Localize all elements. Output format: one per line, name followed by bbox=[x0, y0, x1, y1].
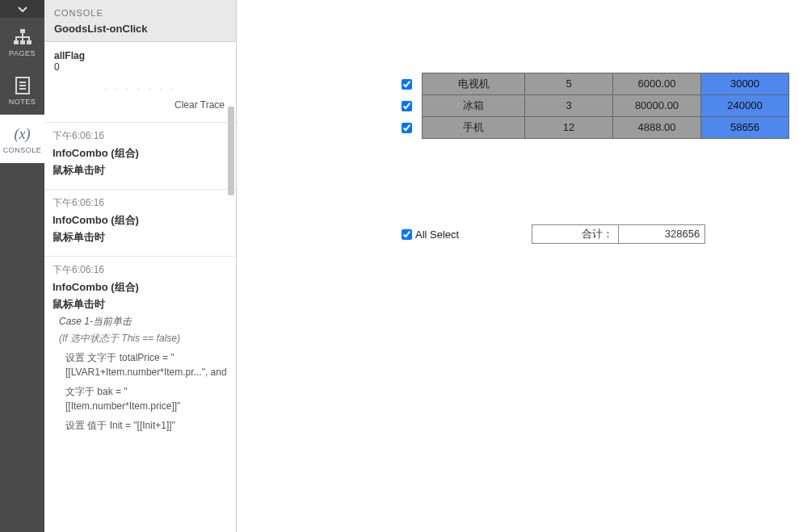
svg-rect-6 bbox=[15, 37, 17, 40]
nav-label-pages: PAGES bbox=[9, 49, 36, 57]
sum-box: 合计： 328656 bbox=[532, 224, 705, 244]
cell-total: 30000 bbox=[700, 73, 789, 95]
trace-case: Case 1-当前单击 bbox=[53, 315, 228, 329]
svg-rect-4 bbox=[22, 33, 23, 36]
console-title: CONSOLE bbox=[54, 8, 226, 18]
nav-rail: PAGES NOTES (x) CONSOLE bbox=[0, 0, 44, 532]
prototype-canvas: 电视机 5 6000.00 30000 冰箱 3 80000.00 240000… bbox=[237, 0, 799, 532]
table-row: 冰箱 3 80000.00 240000 bbox=[398, 94, 789, 117]
svg-rect-2 bbox=[20, 40, 25, 44]
trace-action: 文字于 bak = "[[Item.number*Item.price]]" bbox=[53, 384, 228, 413]
cell-qty: 3 bbox=[524, 94, 613, 117]
scrollbar-thumb[interactable] bbox=[228, 107, 234, 195]
svg-rect-8 bbox=[28, 37, 30, 40]
row-checkbox[interactable] bbox=[402, 101, 412, 111]
trace-timestamp: 下午6:06:16 bbox=[53, 263, 228, 277]
dots-separator: . . . . . . . bbox=[44, 77, 236, 94]
cell-total: 240000 bbox=[700, 94, 789, 117]
trace-source: InfoCombo (组合) bbox=[53, 146, 228, 161]
trace-action: 设置 文字于 totalPrice = "[[LVAR1+Item.number… bbox=[53, 350, 228, 379]
trace-entry: 下午6:06:16 InfoCombo (组合) 鼠标单击时 bbox=[44, 189, 236, 256]
nav-label-console: CONSOLE bbox=[3, 146, 42, 154]
document-icon bbox=[14, 75, 32, 96]
console-body[interactable]: allFlag 0 . . . . . . . Clear Trace 下午6:… bbox=[44, 42, 236, 532]
trace-timestamp: 下午6:06:16 bbox=[53, 196, 228, 210]
nav-expand-toggle[interactable] bbox=[0, 0, 44, 18]
cell-price: 80000.00 bbox=[612, 94, 701, 117]
svg-rect-1 bbox=[14, 40, 19, 44]
cell-price: 4888.00 bbox=[612, 116, 701, 139]
cell-name: 电视机 bbox=[422, 73, 525, 95]
sum-value: 328656 bbox=[618, 224, 705, 244]
trace-timestamp: 下午6:06:16 bbox=[53, 129, 228, 143]
nav-item-console[interactable]: (x) CONSOLE bbox=[0, 115, 44, 163]
trace-condition: (If 选中状态于 This == false) bbox=[53, 332, 228, 346]
trace-source: InfoCombo (组合) bbox=[53, 280, 228, 295]
svg-rect-0 bbox=[20, 29, 25, 33]
trace-source: InfoCombo (组合) bbox=[53, 213, 228, 228]
trace-event: 鼠标单击时 bbox=[53, 164, 228, 178]
trace-action: 设置 值于 Init = "[[Init+1]]" bbox=[53, 418, 228, 433]
nav-label-notes: NOTES bbox=[9, 98, 36, 106]
trace-event: 鼠标单击时 bbox=[53, 231, 228, 245]
table-row: 手机 12 4888.00 58656 bbox=[398, 116, 789, 139]
chevron-down-icon bbox=[17, 5, 28, 13]
svg-rect-3 bbox=[27, 40, 32, 44]
trace-entry: 下午6:06:16 InfoCombo (组合) 鼠标单击时 Case 1-当前… bbox=[44, 256, 236, 446]
sitemap-icon bbox=[13, 27, 32, 48]
all-select-label: All Select bbox=[415, 228, 459, 241]
goods-table: 电视机 5 6000.00 30000 冰箱 3 80000.00 240000… bbox=[398, 73, 789, 138]
trace-entry: 下午6:06:16 InfoCombo (组合) 鼠标单击时 bbox=[44, 122, 236, 189]
footer-row: All Select 合计： 328656 bbox=[398, 224, 705, 244]
console-subtitle: GoodsList-onClick bbox=[54, 23, 226, 35]
console-header: CONSOLE GoodsList-onClick bbox=[44, 0, 236, 42]
variable-name: allFlag bbox=[54, 50, 226, 61]
console-panel: CONSOLE GoodsList-onClick allFlag 0 . . … bbox=[44, 0, 237, 532]
all-select-checkbox[interactable] bbox=[402, 229, 412, 240]
row-checkbox[interactable] bbox=[402, 79, 412, 90]
variable-icon: (x) bbox=[15, 124, 31, 145]
cell-qty: 12 bbox=[524, 116, 613, 139]
variable-value: 0 bbox=[54, 61, 226, 73]
row-checkbox[interactable] bbox=[402, 123, 412, 133]
table-row: 电视机 5 6000.00 30000 bbox=[398, 73, 789, 95]
cell-name: 冰箱 bbox=[422, 94, 525, 117]
sum-label: 合计： bbox=[532, 224, 619, 244]
cell-price: 6000.00 bbox=[612, 73, 701, 95]
svg-rect-7 bbox=[22, 37, 23, 40]
nav-item-pages[interactable]: PAGES bbox=[0, 18, 44, 66]
cell-total: 58656 bbox=[700, 116, 789, 139]
cell-qty: 5 bbox=[524, 73, 613, 95]
nav-item-notes[interactable]: NOTES bbox=[0, 66, 44, 115]
cell-name: 手机 bbox=[422, 116, 525, 139]
variable-block: allFlag 0 bbox=[44, 42, 236, 77]
trace-event: 鼠标单击时 bbox=[53, 298, 228, 312]
clear-trace-button[interactable]: Clear Trace bbox=[44, 94, 236, 122]
